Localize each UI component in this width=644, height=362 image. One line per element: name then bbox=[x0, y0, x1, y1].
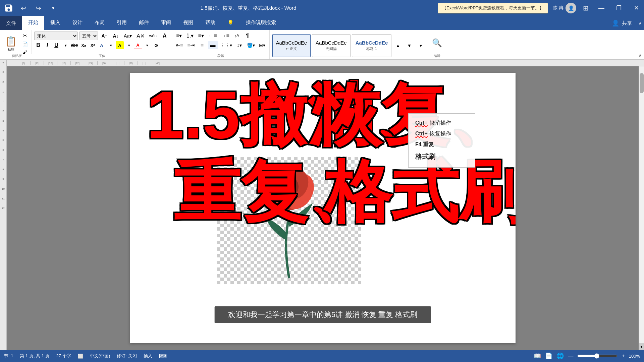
bullets-button[interactable]: ≡▾ bbox=[174, 32, 184, 40]
editing-group: 🔍 编辑 bbox=[428, 30, 446, 59]
styles-more-button[interactable]: ▾ bbox=[416, 42, 426, 49]
enclosed-char-button[interactable]: ⊙ bbox=[152, 41, 160, 49]
tab-file[interactable]: 文件 bbox=[0, 16, 22, 30]
tab-layout[interactable]: 布局 bbox=[89, 16, 111, 30]
restore-button[interactable]: ❐ bbox=[611, 0, 627, 16]
status-right: 📖 📄 🌐 — + 100% bbox=[534, 352, 640, 360]
highlight-dropdown[interactable]: ▾ bbox=[125, 41, 133, 49]
scroll-down-button[interactable]: ▼ bbox=[639, 343, 644, 350]
tab-references[interactable]: 引用 bbox=[111, 16, 133, 30]
subscript-button[interactable]: X₂ bbox=[79, 41, 88, 49]
clear-format-button[interactable]: A✕ bbox=[135, 32, 146, 40]
undo-button[interactable]: ↩ bbox=[17, 2, 30, 14]
underline-button[interactable]: U bbox=[52, 41, 60, 49]
save-button[interactable] bbox=[3, 2, 15, 14]
align-center-button[interactable]: ≡⇥ bbox=[185, 41, 196, 49]
search-edit-button[interactable]: 🔍 bbox=[430, 37, 444, 49]
tab-view[interactable]: 视图 bbox=[177, 16, 199, 30]
share-icon: 👤 bbox=[612, 19, 619, 27]
status-selection-icon[interactable]: ⬜ bbox=[78, 354, 83, 359]
user-section: 陈 冉 👤 bbox=[553, 3, 578, 13]
underline-dropdown[interactable]: ▾ bbox=[61, 41, 69, 49]
customize-button[interactable]: ▾ bbox=[47, 2, 59, 14]
shortcut-row-1: Ctrl+ 撤消操作 bbox=[415, 118, 468, 128]
tab-search[interactable]: 操作说明搜索 bbox=[240, 16, 282, 30]
bold-button[interactable]: B bbox=[34, 41, 42, 49]
style-no-spacing[interactable]: AaBbCcDdEe 无间隔 bbox=[312, 34, 351, 57]
collapse-toolbar-button[interactable]: ∧ bbox=[637, 53, 643, 58]
scroll-thumb[interactable] bbox=[640, 73, 644, 93]
read-mode-button[interactable]: 📖 bbox=[534, 352, 541, 360]
phonetic-button[interactable]: wén bbox=[148, 33, 158, 39]
column-button[interactable]: ⋮⋮▾ bbox=[219, 42, 234, 49]
style-heading1[interactable]: AaBbCcDdEe 标题 1 bbox=[352, 34, 392, 57]
shrink-font-button[interactable]: A↓ bbox=[111, 32, 121, 40]
numbering-button[interactable]: 1.▾ bbox=[185, 32, 195, 40]
web-layout-button[interactable]: 🌐 bbox=[556, 352, 564, 360]
text-effects-dropdown[interactable]: ▾ bbox=[107, 41, 115, 49]
highlight-button[interactable]: A bbox=[116, 41, 124, 49]
font-color-button[interactable]: A bbox=[134, 41, 142, 49]
style-heading1-preview: AaBbCcDdEe bbox=[356, 40, 388, 46]
vertical-scrollbar[interactable]: ▲ ▼ bbox=[639, 60, 644, 350]
status-mode[interactable]: 插入 bbox=[144, 353, 152, 359]
style-normal-preview: AaBbCcDdEe bbox=[276, 40, 307, 46]
minimize-button[interactable]: — bbox=[594, 0, 609, 16]
show-marks-button[interactable]: ¶ bbox=[243, 32, 253, 40]
document-area: 4 3 2 1 1 2 3 4 5 6 7 8 9 10 11 12 |6| |… bbox=[0, 60, 644, 350]
align-left-button[interactable]: ⇤≡ bbox=[174, 41, 185, 49]
tab-design[interactable]: 设计 bbox=[66, 16, 89, 30]
status-section: 节: 1 bbox=[4, 353, 13, 359]
document-page[interactable]: 1.5撤消、 恢复、 重复、 格式刷 Ctrl+ 撤消操作 Ctrl+ 恢复操作 bbox=[130, 73, 516, 343]
change-case-button[interactable]: Aa▾ bbox=[122, 32, 133, 40]
paragraph-group: ≡▾ 1.▾ ≡▾ ←≡ →≡ ↕A ¶ ⇤≡ ≡⇥ ≡ ▬ ⋮⋮▾ ↕▾ 🪣▾… bbox=[172, 30, 270, 59]
enlarge-char-button[interactable]: A bbox=[160, 32, 170, 40]
tab-home[interactable]: 开始 bbox=[22, 16, 44, 30]
styles-group: AaBbCcDdEe ↵ 正文 AaBbCcDdEe 无间隔 AaBbCcDdE… bbox=[270, 30, 429, 59]
font-color-dropdown[interactable]: ▾ bbox=[143, 41, 151, 49]
tab-help[interactable]: 帮助 bbox=[199, 16, 221, 30]
tab-insert[interactable]: 插入 bbox=[44, 16, 66, 30]
tab-review[interactable]: 审阅 bbox=[155, 16, 177, 30]
borders-button[interactable]: ⊞▾ bbox=[257, 42, 267, 49]
increase-indent-button[interactable]: →≡ bbox=[219, 32, 231, 40]
text-effects-button[interactable]: A bbox=[98, 41, 106, 49]
shading-button[interactable]: 🪣▾ bbox=[245, 42, 257, 49]
notification-banner[interactable]: 【Excel/Word/PPT免费连载课程，每天更新一节。】 bbox=[438, 3, 548, 13]
grow-font-button[interactable]: A↑ bbox=[99, 32, 109, 40]
redo-button[interactable]: ↪ bbox=[32, 2, 44, 14]
share-label[interactable]: 共享 bbox=[622, 20, 632, 26]
decrease-indent-button[interactable]: ←≡ bbox=[207, 32, 218, 40]
grid-button[interactable]: ⊞ bbox=[580, 2, 592, 14]
style-normal[interactable]: AaBbCcDdEe ↵ 正文 bbox=[272, 34, 311, 57]
align-right-button[interactable]: ≡ bbox=[197, 41, 207, 49]
tab-mail[interactable]: 邮件 bbox=[133, 16, 155, 30]
status-keyboard-icon[interactable]: ⌨ bbox=[159, 353, 167, 359]
zoom-in-button[interactable]: + bbox=[622, 353, 625, 359]
line-spacing-button[interactable]: ↕▾ bbox=[234, 42, 245, 49]
cut-button[interactable]: ✂ bbox=[20, 32, 30, 40]
titlebar: ↩ ↪ ▾ 1.5撤消、恢复、重复、格式刷.docx - Word 【Excel… bbox=[0, 0, 644, 16]
paste-button[interactable]: 📋 粘贴 bbox=[3, 35, 18, 53]
zoom-slider[interactable] bbox=[577, 353, 618, 359]
font-family-select[interactable]: 宋体 bbox=[34, 32, 78, 40]
zoom-out-button[interactable]: — bbox=[568, 353, 573, 359]
collapse-ribbon-button[interactable]: ∧ bbox=[636, 16, 644, 30]
justify-button[interactable]: ▬ bbox=[208, 41, 218, 49]
close-button[interactable]: ✕ bbox=[629, 0, 644, 16]
avatar[interactable]: 👤 bbox=[566, 3, 576, 13]
superscript-button[interactable]: X² bbox=[89, 41, 97, 49]
italic-button[interactable]: I bbox=[43, 41, 51, 49]
tab-lightbulb[interactable]: 💡 bbox=[221, 16, 240, 30]
shortcut-row-4: 格式刷 bbox=[415, 150, 468, 163]
zoom-percent[interactable]: 100% bbox=[629, 354, 640, 359]
styles-scroll-up[interactable]: ▲ bbox=[393, 42, 403, 49]
sort-button[interactable]: ↕A bbox=[232, 32, 242, 39]
user-name: 陈 冉 bbox=[553, 5, 564, 11]
styles-scroll-down[interactable]: ▼ bbox=[404, 42, 414, 49]
strikethrough-button[interactable]: abc bbox=[70, 41, 78, 49]
multilevel-list-button[interactable]: ≡▾ bbox=[196, 32, 206, 40]
print-layout-button[interactable]: 📄 bbox=[545, 352, 552, 360]
font-size-select[interactable]: 五号 bbox=[79, 32, 98, 40]
copy-button[interactable]: 📄 bbox=[20, 41, 30, 48]
